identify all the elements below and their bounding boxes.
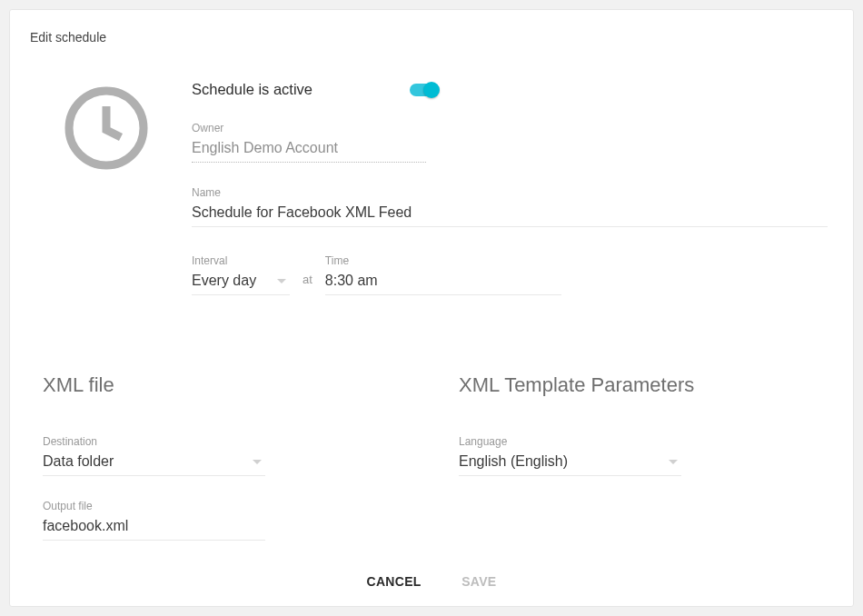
owner-value: English Demo Account	[192, 140, 426, 163]
owner-field: Owner English Demo Account	[192, 122, 828, 163]
template-params-title: XML Template Parameters	[459, 373, 820, 397]
output-file-label: Output file	[43, 500, 404, 512]
top-form-area: Schedule is active Owner English Demo Ac…	[63, 81, 828, 295]
output-file-input[interactable]: facebook.xml	[43, 518, 265, 541]
cancel-button[interactable]: CANCEL	[367, 574, 422, 589]
time-field: Time 8:30 am	[325, 254, 561, 295]
time-input[interactable]: 8:30 am	[325, 273, 561, 295]
output-file-field: Output file facebook.xml	[43, 500, 404, 541]
at-label: at	[303, 273, 312, 295]
template-params-column: XML Template Parameters Language English…	[459, 373, 820, 564]
clock-column	[63, 81, 150, 295]
name-input[interactable]: Schedule for Facebook XML Feed	[192, 204, 828, 227]
destination-value: Data folder	[43, 453, 114, 470]
destination-label: Destination	[43, 435, 404, 448]
card-title: Edit schedule	[30, 30, 833, 45]
language-field: Language English (English)	[459, 435, 820, 476]
chevron-down-icon	[277, 279, 286, 283]
language-label: Language	[459, 435, 820, 448]
interval-row: Interval Every day at Time 8:30 am	[192, 254, 828, 295]
clock-icon	[63, 84, 150, 172]
language-value: English (English)	[459, 453, 568, 470]
interval-field: Interval Every day	[192, 254, 290, 295]
edit-schedule-card: Edit schedule Schedule is active Owner E…	[9, 9, 854, 607]
save-button[interactable]: SAVE	[461, 574, 496, 589]
bottom-area: XML file Destination Data folder Output …	[30, 373, 833, 564]
destination-select[interactable]: Data folder	[43, 453, 265, 476]
name-label: Name	[192, 186, 828, 199]
xml-file-title: XML file	[43, 373, 404, 397]
time-label: Time	[325, 254, 561, 267]
form-column: Schedule is active Owner English Demo Ac…	[192, 81, 828, 295]
active-toggle[interactable]	[410, 84, 437, 96]
interval-label: Interval	[192, 254, 290, 267]
owner-label: Owner	[192, 122, 828, 134]
interval-value: Every day	[192, 273, 256, 289]
language-select[interactable]: English (English)	[459, 453, 681, 476]
xml-file-column: XML file Destination Data folder Output …	[43, 373, 404, 564]
active-label: Schedule is active	[192, 81, 410, 98]
active-row: Schedule is active	[192, 81, 828, 98]
name-field: Name Schedule for Facebook XML Feed	[192, 186, 828, 227]
interval-select[interactable]: Every day	[192, 273, 290, 295]
destination-field: Destination Data folder	[43, 435, 404, 476]
chevron-down-icon	[669, 460, 678, 464]
action-bar: CANCEL SAVE	[10, 573, 853, 590]
chevron-down-icon	[253, 460, 262, 464]
